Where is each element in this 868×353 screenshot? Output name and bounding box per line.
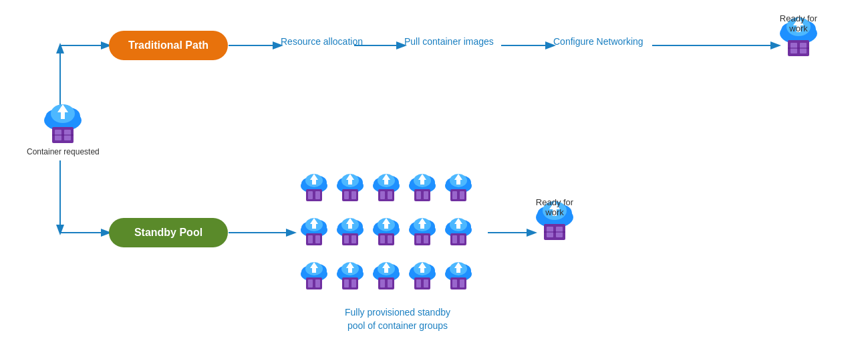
pool-icon-11 (297, 259, 331, 300)
pool-grid (297, 171, 475, 300)
svg-rect-107 (460, 235, 464, 243)
pool-icon-2 (333, 171, 367, 211)
svg-rect-131 (388, 279, 392, 287)
svg-rect-58 (416, 191, 421, 199)
svg-rect-90 (380, 235, 385, 243)
pool-icon-5 (442, 171, 475, 211)
pool-icon-4 (406, 171, 439, 211)
pool-icon-13 (370, 259, 403, 300)
svg-rect-51 (388, 191, 392, 199)
svg-rect-98 (416, 235, 421, 243)
svg-rect-123 (351, 279, 356, 287)
pull-container-images-label: Pull container images (404, 36, 494, 47)
svg-rect-99 (424, 235, 428, 243)
box-bottom (543, 223, 567, 241)
pool-icon-7 (333, 215, 367, 255)
pool-icon-10 (442, 215, 475, 255)
pool-icon-1 (297, 171, 331, 211)
configure-networking-label: Configure Networking (553, 36, 643, 47)
svg-rect-130 (380, 279, 385, 287)
svg-rect-106 (452, 235, 457, 243)
container-requested-label: Container requested (27, 147, 100, 158)
ready-for-work-bottom-icon: Ready for work (535, 197, 575, 241)
svg-rect-35 (315, 191, 320, 199)
ready-for-work-bottom-label: Ready for work (535, 197, 575, 217)
svg-rect-139 (424, 279, 428, 287)
svg-rect-66 (452, 191, 457, 199)
svg-rect-67 (460, 191, 464, 199)
svg-rect-114 (308, 279, 313, 287)
svg-rect-147 (460, 279, 464, 287)
standby-pool-pill[interactable]: Standby Pool (109, 218, 228, 247)
resource-allocation-label: Resource allocation (281, 36, 363, 47)
container-box-icon (51, 126, 75, 144)
svg-rect-59 (424, 191, 428, 199)
pool-icon-6 (297, 215, 331, 255)
svg-rect-50 (380, 191, 385, 199)
container-requested-icon: Container requested (27, 100, 100, 158)
svg-rect-83 (351, 235, 356, 243)
svg-rect-43 (351, 191, 356, 199)
pool-icon-15 (442, 259, 475, 300)
pool-caption: Fully provisioned standbypool of contain… (304, 306, 491, 332)
svg-rect-82 (344, 235, 349, 243)
ready-for-work-top-label: Ready for work (778, 13, 819, 33)
pool-icon-3 (370, 171, 403, 211)
diagram: Container requested Traditional Path Res… (0, 0, 868, 353)
pool-icon-12 (333, 259, 367, 300)
pool-icon-14 (406, 259, 439, 300)
svg-rect-115 (315, 279, 320, 287)
svg-rect-146 (452, 279, 457, 287)
pool-icon-8 (370, 215, 403, 255)
svg-rect-42 (344, 191, 349, 199)
svg-rect-91 (388, 235, 392, 243)
svg-rect-75 (315, 235, 320, 243)
ready-for-work-top-icon: Ready for work (778, 13, 819, 57)
traditional-path-pill[interactable]: Traditional Path (109, 31, 228, 60)
box-top (786, 39, 811, 57)
svg-rect-138 (416, 279, 421, 287)
svg-rect-74 (308, 235, 313, 243)
svg-rect-122 (344, 279, 349, 287)
pool-icon-9 (406, 215, 439, 255)
svg-rect-34 (308, 191, 313, 199)
